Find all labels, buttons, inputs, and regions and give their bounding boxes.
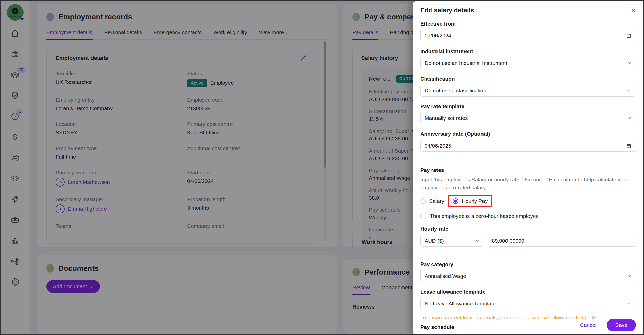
pay-category-select[interactable]: Annualised Wage: [420, 270, 636, 282]
salary-radio[interactable]: Salary: [420, 198, 444, 204]
anniversary-date-input[interactable]: 04/06/2025: [420, 140, 636, 152]
chevron-down-icon: [627, 274, 632, 278]
effective-from-input[interactable]: 07/06/2024: [420, 30, 636, 41]
cancel-button[interactable]: Cancel: [580, 322, 596, 328]
chevron-down-icon: [627, 88, 632, 93]
chevron-down-icon: [627, 116, 632, 121]
chevron-down-icon: [627, 301, 632, 306]
leave-allowance-template-select[interactable]: No Leave Allowance Template: [420, 298, 636, 309]
hourly-rate-input[interactable]: 89,000.00000: [488, 235, 636, 247]
pay-rates-heading: Pay rates: [420, 167, 636, 173]
checkbox-unchecked-icon[interactable]: [420, 213, 426, 219]
effective-from-group: Effective from 07/06/2024: [420, 21, 636, 41]
annotation-highlight-box: Hourly Pay: [448, 195, 492, 207]
pay-rate-template-select[interactable]: Manually set rates: [420, 112, 636, 124]
chevron-down-icon: [475, 238, 480, 243]
edit-salary-drawer: Edit salary details ✕ Effective from 07/…: [413, 1, 643, 335]
calendar-icon[interactable]: [626, 143, 632, 149]
currency-select[interactable]: AUD ($): [420, 235, 484, 247]
classification-group: Classification Do not use a classificati…: [420, 76, 636, 97]
chevron-down-icon: [627, 61, 632, 65]
pay-rates-helper: Input this employee's Salary or hourly r…: [420, 176, 636, 192]
zero-hour-checkbox-row[interactable]: This employee is a zero-hour based emplo…: [420, 213, 636, 219]
radio-unchecked-icon: [420, 198, 426, 204]
hourly-rate-group: Hourly rate AUD ($) 89,000.00000: [420, 226, 636, 247]
leave-allowance-template-group: Leave allowance template No Leave Allowa…: [420, 289, 636, 309]
section-divider: [420, 159, 636, 159]
drawer-title: Edit salary details: [420, 7, 474, 14]
industrial-instrument-select[interactable]: Do not use an Industrial Instrument: [420, 57, 636, 69]
pay-schedule-select[interactable]: Weekly: [420, 333, 636, 335]
app-window: e employment hero 20 1: [0, 0, 644, 335]
section-divider: [420, 254, 636, 254]
industrial-instrument-group: Industrial instrument Do not use an Indu…: [420, 48, 636, 69]
drawer-footer: Cancel Save: [580, 319, 636, 331]
calendar-icon[interactable]: [626, 33, 632, 38]
save-button[interactable]: Save: [607, 319, 636, 331]
pay-category-group: Pay category Annualised Wage: [420, 261, 636, 282]
pay-rate-template-group: Pay rate template Manually set rates: [420, 103, 636, 124]
classification-select[interactable]: Do not use a classification: [420, 85, 636, 97]
radio-checked-icon: [453, 198, 458, 204]
pay-type-radio-group: Salary Hourly Pay: [420, 195, 636, 207]
close-icon[interactable]: ✕: [631, 7, 636, 13]
anniversary-date-group: Anniversary date (Optional) 04/06/2025: [420, 131, 636, 152]
hourly-pay-radio[interactable]: Hourly Pay: [453, 198, 488, 204]
